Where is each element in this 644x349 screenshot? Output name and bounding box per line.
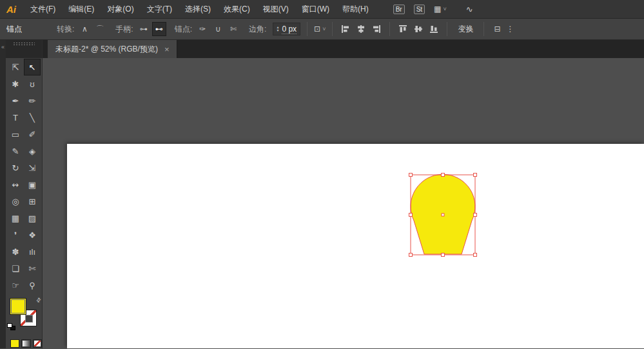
align-horizontal-right-icon[interactable]: [370, 23, 383, 35]
perspective-grid-tool[interactable]: ⊞: [24, 194, 40, 209]
artwork-overlay: [43, 58, 644, 348]
artboard-tool[interactable]: ❏: [8, 261, 23, 276]
vertical-align-group: [396, 23, 440, 35]
align-vertical-top-icon[interactable]: [396, 23, 409, 35]
pen-tool[interactable]: ✒: [8, 93, 23, 108]
gradient-button[interactable]: [21, 339, 30, 348]
eyedropper-tool[interactable]: ❜: [8, 227, 23, 243]
lasso-tool[interactable]: ʊ: [24, 76, 40, 92]
gradient-tool[interactable]: ▨: [24, 210, 40, 226]
menu-item-file[interactable]: 文件(F): [24, 0, 62, 18]
direct-selection-tool[interactable]: ↖: [24, 59, 40, 75]
dock-rail: «: [0, 40, 6, 348]
line-segment-tool[interactable]: ╲: [24, 110, 40, 125]
align-vertical-center-icon[interactable]: [412, 23, 425, 35]
shaper-tool[interactable]: ✎: [8, 143, 23, 159]
slice-tool[interactable]: ✄: [24, 261, 40, 276]
app-bar-icons: Br St ▦ ˅ ∿: [393, 5, 473, 14]
tools-grid: ⇱ ↖ ✱ ʊ ✒ ✏ T ╲ ▭ ✐: [6, 58, 42, 293]
menu-item-edit[interactable]: 编辑(E): [62, 0, 101, 18]
document-tab[interactable]: 未标题-2* @ 52% (RGB/预览) ×: [48, 40, 177, 58]
rotate-tool[interactable]: ↻: [8, 160, 23, 175]
handle-bottom-center: [442, 254, 445, 257]
convert-to-smooth-icon[interactable]: ⌒: [93, 23, 106, 35]
magic-wand-tool[interactable]: ✱: [8, 76, 23, 92]
handle-top-left: [409, 174, 413, 177]
chevron-down-icon: ˅: [322, 26, 326, 32]
hide-handles-icon[interactable]: ⊷: [153, 23, 166, 35]
symbol-sprayer-tool[interactable]: ✽: [8, 244, 23, 259]
menu-bar: Ai 文件(F) 编辑(E) 对象(O) 文字(T) 选择(S) 效果(C) 视…: [0, 0, 644, 19]
zoom-tool[interactable]: ⚲: [24, 277, 40, 293]
selection-tool[interactable]: ⇱: [8, 59, 23, 75]
rectangle-tool[interactable]: ▭: [8, 126, 23, 142]
show-handles-icon[interactable]: ⊶: [137, 23, 150, 35]
convert-to-corner-icon[interactable]: ∧: [78, 23, 91, 35]
connect-endpoints-icon[interactable]: ∪: [211, 23, 224, 35]
transform-button[interactable]: 变换: [458, 24, 473, 35]
blend-tool[interactable]: ❖: [24, 227, 40, 243]
type-tool[interactable]: T: [8, 110, 23, 125]
curvature-tool[interactable]: ✏: [24, 93, 40, 108]
stock-badge[interactable]: St: [414, 5, 425, 14]
center-point-handle: [442, 214, 444, 216]
free-transform-tool[interactable]: ▣: [24, 177, 40, 192]
menu-item-window[interactable]: 窗口(W): [295, 0, 336, 18]
shape-builder-tool[interactable]: ◎: [8, 194, 23, 209]
canvas[interactable]: [43, 58, 644, 348]
panel-grip[interactable]: [13, 42, 35, 46]
menu-item-effect[interactable]: 效果(C): [217, 0, 257, 18]
spinner-arrows-icon[interactable]: ▴▾: [277, 26, 278, 32]
illustrator-window: Ai 文件(F) 编辑(E) 对象(O) 文字(T) 选择(S) 效果(C) 视…: [0, 0, 644, 348]
close-icon[interactable]: ×: [164, 45, 170, 54]
handle-mid-right: [474, 214, 477, 217]
menu-item-help[interactable]: 帮助(H): [336, 0, 375, 18]
handle-mid-left: [409, 214, 413, 217]
gpu-performance-icon[interactable]: ∿: [466, 5, 473, 14]
anchor-icon-group: ✑∪✄: [196, 23, 240, 35]
color-button[interactable]: [10, 339, 19, 348]
transform-panel-icon[interactable]: ⊟: [491, 23, 503, 35]
collapse-dock-icon[interactable]: «: [0, 40, 6, 50]
control-bar: 锚点 转换: ∧⌒ 手柄: ⊶⊷ 锚点: ✑∪✄ 边角: ▴▾ 0 px ⊡ ˅: [0, 19, 644, 40]
artboard-icon: ⊡: [314, 25, 320, 34]
tools-panel: ⇱ ↖ ✱ ʊ ✒ ✏ T ╲ ▭ ✐: [6, 40, 43, 348]
divider: [483, 22, 484, 36]
handle-top-right: [474, 174, 477, 177]
document-arrange-icon[interactable]: ⊡ ˅: [314, 25, 326, 34]
remove-anchor-icon[interactable]: ✑: [196, 23, 209, 35]
cut-path-icon[interactable]: ✄: [227, 23, 240, 35]
menu-item-select[interactable]: 选择(S): [179, 0, 217, 18]
default-fill-stroke-icon[interactable]: [7, 323, 15, 330]
mesh-tool[interactable]: ▦: [8, 210, 23, 226]
corner-radius-stepper[interactable]: ▴▾ 0 px: [273, 23, 300, 35]
bridge-badge[interactable]: Br: [393, 5, 405, 14]
main-area: « ⇱ ↖ ✱ ʊ ✒ ✏: [0, 40, 644, 348]
corner-radius-value[interactable]: 0 px: [282, 25, 297, 34]
align-horizontal-center-icon[interactable]: [355, 23, 367, 35]
column-graph-tool[interactable]: ılı: [24, 244, 40, 259]
document-area: 未标题-2* @ 52% (RGB/预览) ×: [43, 40, 644, 348]
more-options-icon[interactable]: ⋮: [503, 23, 516, 35]
paintbrush-tool[interactable]: ✐: [24, 126, 40, 142]
paint-mode-row: [10, 339, 42, 348]
eraser-tool[interactable]: ◈: [24, 143, 40, 159]
menu-item-view[interactable]: 视图(V): [257, 0, 295, 18]
none-button[interactable]: [33, 339, 42, 348]
app-logo: Ai: [0, 4, 24, 15]
arrange-documents-icon[interactable]: ▦ ˅: [434, 5, 447, 14]
swap-fill-stroke-icon[interactable]: ⇄: [35, 296, 43, 304]
menu-list: 文件(F) 编辑(E) 对象(O) 文字(T) 选择(S) 效果(C) 视图(V…: [24, 0, 375, 18]
fill-swatch[interactable]: [10, 298, 26, 315]
menu-item-object[interactable]: 对象(O): [101, 0, 140, 18]
width-tool[interactable]: ↭: [8, 177, 23, 192]
hand-tool[interactable]: ☞: [8, 277, 23, 293]
handle-icon-group: ⊶⊷: [137, 23, 166, 35]
horizontal-align-group: [339, 23, 383, 35]
scale-tool[interactable]: ⇲: [24, 160, 40, 175]
align-vertical-bottom-icon[interactable]: [427, 23, 440, 35]
align-horizontal-left-icon[interactable]: [339, 23, 352, 35]
menu-item-type[interactable]: 文字(T): [141, 0, 179, 18]
handle-label: 手柄:: [115, 24, 133, 35]
document-tab-title: 未标题-2* @ 52% (RGB/预览): [55, 44, 158, 55]
